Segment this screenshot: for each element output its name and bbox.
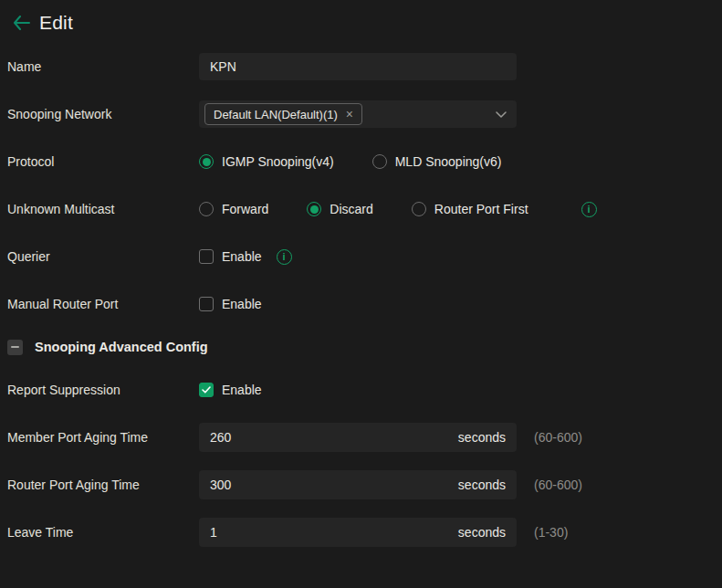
info-icon[interactable]: i: [277, 249, 292, 265]
report-suppression-label: Report Suppression: [7, 383, 199, 397]
radio-forward[interactable]: Forward: [199, 202, 268, 216]
unit-suffix: seconds: [458, 430, 506, 445]
collapse-minus-icon[interactable]: [7, 340, 23, 355]
radio-icon-selected: [307, 202, 321, 216]
querier-enable-checkbox[interactable]: Enable: [199, 249, 262, 264]
edit-panel: Edit Name Snooping Network Default LAN(D…: [0, 0, 722, 588]
leave-time-field: seconds: [199, 518, 517, 547]
advanced-config-section-toggle[interactable]: Snooping Advanced Config: [7, 332, 722, 362]
member-port-aging-time-label: Member Port Aging Time: [7, 430, 199, 445]
report-suppression-enable-checkbox[interactable]: Enable: [199, 383, 262, 397]
radio-icon-selected: [199, 154, 214, 169]
radio-label: Router Port First: [434, 202, 528, 216]
radio-label: IGMP Snooping(v4): [222, 154, 334, 169]
radio-icon: [199, 202, 214, 216]
advanced-config-title: Snooping Advanced Config: [35, 340, 208, 354]
name-label: Name: [7, 59, 199, 74]
member-port-aging-time-input[interactable]: [210, 430, 458, 445]
range-hint: (60-600): [534, 430, 582, 445]
querier-label: Querier: [7, 249, 199, 264]
selected-network-tag: Default LAN(Default)(1) ×: [204, 103, 362, 125]
protocol-radio-group: IGMP Snooping(v4) MLD Snooping(v6): [199, 154, 501, 169]
checkbox-unchecked-icon: [199, 297, 214, 311]
back-button[interactable]: [12, 14, 30, 32]
name-input[interactable]: [199, 53, 517, 80]
form-row-unknown-multicast: Unknown Multicast Forward Discard Router…: [7, 194, 722, 224]
leave-time-label: Leave Time: [7, 525, 199, 540]
info-icon[interactable]: i: [581, 202, 597, 217]
checkmark-icon: [202, 386, 211, 394]
form-row-manual-router-port: Manual Router Port Enable: [7, 289, 722, 319]
form-row-leave-time: Leave Time seconds (1-30): [7, 518, 722, 547]
checkbox-unchecked-icon: [199, 249, 214, 264]
radio-icon: [372, 154, 387, 169]
form-row-protocol: Protocol IGMP Snooping(v4) MLD Snooping(…: [7, 147, 722, 176]
snooping-network-label: Snooping Network: [7, 107, 199, 121]
manual-router-port-enable-checkbox[interactable]: Enable: [199, 297, 262, 311]
unknown-multicast-radio-group: Forward Discard Router Port First i: [199, 202, 597, 217]
protocol-label: Protocol: [7, 154, 199, 169]
radio-router-port-first[interactable]: Router Port First: [412, 202, 528, 216]
radio-label: Discard: [330, 202, 372, 216]
header: Edit: [7, 9, 722, 37]
form-row-snooping-network: Snooping Network Default LAN(Default)(1)…: [7, 100, 722, 129]
page-title: Edit: [39, 12, 73, 34]
radio-label: MLD Snooping(v6): [395, 154, 502, 169]
form-row-report-suppression: Report Suppression Enable: [7, 375, 722, 404]
leave-time-input[interactable]: [210, 525, 458, 540]
unit-suffix: seconds: [458, 525, 506, 540]
form-row-name: Name: [7, 52, 722, 81]
checkbox-label: Enable: [222, 383, 262, 397]
router-port-aging-time-input[interactable]: [210, 478, 458, 492]
checkbox-label: Enable: [222, 297, 262, 311]
router-port-aging-time-label: Router Port Aging Time: [7, 478, 199, 492]
form-row-router-port-aging-time: Router Port Aging Time seconds (60-600): [7, 470, 722, 499]
selected-network-tag-label: Default LAN(Default)(1): [214, 108, 338, 121]
manual-router-port-label: Manual Router Port: [7, 297, 199, 311]
unknown-multicast-label: Unknown Multicast: [7, 202, 199, 216]
radio-discard[interactable]: Discard: [307, 202, 372, 216]
range-hint: (60-600): [534, 478, 582, 492]
router-port-aging-time-field: seconds: [199, 470, 517, 499]
radio-mld-snooping-v6[interactable]: MLD Snooping(v6): [372, 154, 502, 169]
arrow-left-icon: [13, 16, 30, 30]
radio-icon: [412, 202, 426, 216]
radio-igmp-snooping-v4[interactable]: IGMP Snooping(v4): [199, 154, 334, 169]
form-row-querier: Querier Enable i: [7, 242, 722, 271]
remove-tag-icon[interactable]: ×: [346, 108, 353, 121]
chevron-down-icon: [496, 111, 507, 118]
radio-label: Forward: [222, 202, 268, 216]
member-port-aging-time-field: seconds: [199, 423, 517, 452]
checkbox-label: Enable: [222, 249, 262, 264]
unit-suffix: seconds: [458, 478, 506, 492]
snooping-network-select[interactable]: Default LAN(Default)(1) ×: [199, 100, 517, 128]
checkbox-checked-icon: [199, 383, 214, 397]
range-hint: (1-30): [534, 525, 568, 540]
form-row-member-port-aging-time: Member Port Aging Time seconds (60-600): [7, 423, 722, 452]
